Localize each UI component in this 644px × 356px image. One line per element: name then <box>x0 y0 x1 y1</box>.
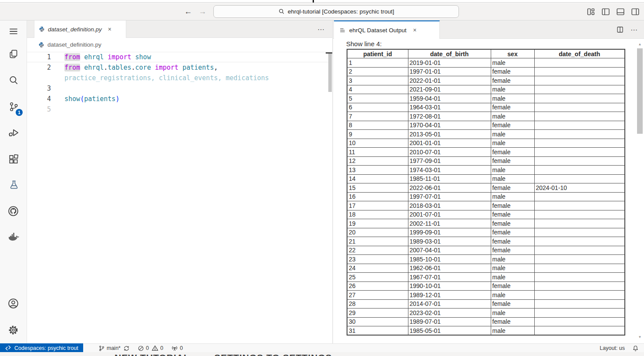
table-cell: male <box>491 166 534 175</box>
breadcrumb-item[interactable]: dataset_definition.py <box>47 41 101 48</box>
split-editor-icon[interactable] <box>616 26 624 34</box>
table-cell: 1 <box>347 58 408 68</box>
sidebar-item-testing[interactable] <box>0 174 27 195</box>
table-cell: 12 <box>347 156 408 166</box>
table-row: 141985-11-01male <box>347 174 625 183</box>
editor-more-actions[interactable]: ⋯ <box>317 20 325 38</box>
table-cell <box>534 121 625 130</box>
code-line[interactable]: 4show(patients) <box>27 94 331 104</box>
table-cell: male <box>491 139 534 148</box>
accounts-icon[interactable] <box>0 293 27 314</box>
table-cell <box>534 210 625 219</box>
table-cell: 13 <box>347 166 408 175</box>
sidebar-item-source-control[interactable]: 1 <box>0 96 27 117</box>
table-row: 112010-07-01female <box>347 148 625 157</box>
table-cell: 22 <box>347 246 408 255</box>
output-group: ehrQL Dataset Output × ⋯ Show line 4: pa… <box>333 20 644 343</box>
show-line-heading: Show line 4: <box>346 40 382 47</box>
table-cell: female <box>491 156 534 166</box>
table-cell: male <box>491 264 534 273</box>
tab-ehrql-dataset-output[interactable]: ehrQL Dataset Output × <box>334 20 440 39</box>
toggle-secondary-sidebar-icon[interactable] <box>631 7 640 17</box>
status-bar: Codespaces: psychic trout main* 0 0 0 La… <box>0 343 644 352</box>
table-cell: male <box>491 112 534 121</box>
table-row: 182001-07-01female <box>347 210 625 219</box>
code-line[interactable]: 5 <box>27 104 331 115</box>
webview-scrollbar[interactable]: ▲ ▼ <box>637 42 643 342</box>
problems-status-item[interactable]: 0 0 <box>138 345 163 352</box>
table-row: 81970-04-01female <box>347 121 625 130</box>
sidebar-item-extensions[interactable] <box>0 149 27 170</box>
scroll-down-icon[interactable]: ▼ <box>637 335 643 339</box>
table-cell: female <box>491 148 534 157</box>
activity-bar: 1 <box>0 20 27 343</box>
sidebar-item-search[interactable] <box>0 70 27 91</box>
settings-gear-icon[interactable] <box>0 319 27 340</box>
table-cell: 21 <box>347 237 408 246</box>
code-line[interactable]: 1from ehrql import show <box>27 52 331 62</box>
code-editor[interactable]: 1from ehrql import show2from ehrql.table… <box>27 52 331 115</box>
table-cell <box>534 219 625 228</box>
table-cell <box>534 273 625 282</box>
scroll-up-icon[interactable]: ▲ <box>637 42 643 47</box>
table-cell: female <box>491 246 534 255</box>
forward-button[interactable]: → <box>199 6 206 17</box>
notifications-bell-icon[interactable] <box>632 345 639 352</box>
code-line[interactable]: 2from ehrql.tables.core import patients, <box>27 62 331 73</box>
table-cell <box>534 174 625 183</box>
patients-table: patient_iddate_of_birthsexdate_of_death1… <box>347 49 625 336</box>
table-row: 271989-12-01male <box>347 291 625 300</box>
sidebar-item-run-debug[interactable] <box>0 122 27 143</box>
table-cell: female <box>491 317 534 326</box>
table-cell: 1985-11-01 <box>408 174 491 183</box>
table-cell: 1997-07-01 <box>408 192 491 201</box>
command-center-search[interactable]: ehrql-tutorial [Codespaces: psychic trou… <box>213 5 459 18</box>
toggle-primary-sidebar-icon[interactable] <box>601 7 610 17</box>
table-cell: 2019-01-01 <box>408 58 491 68</box>
customize-layout-icon[interactable] <box>586 7 596 17</box>
layout-status-item[interactable]: Layout: us <box>600 345 625 351</box>
code-line[interactable]: 3 <box>27 83 331 94</box>
remote-indicator[interactable]: Codespaces: psychic trout <box>0 343 83 353</box>
sidebar-item-explorer[interactable] <box>0 44 27 64</box>
table-row: 152022-06-01female2024-01-10 <box>347 183 625 193</box>
output-more-actions[interactable]: ⋯ <box>631 26 638 34</box>
clipped-window-above <box>0 0 644 3</box>
breadcrumb[interactable]: dataset_definition.py <box>27 38 101 51</box>
table-cell: 3 <box>347 76 408 85</box>
table-row: 222007-04-01female <box>347 246 625 255</box>
table-cell: 2001-07-01 <box>408 210 491 219</box>
editor-scrollbar[interactable] <box>328 54 332 92</box>
sidebar-item-docker[interactable] <box>0 227 27 248</box>
menu-icon[interactable] <box>0 21 27 42</box>
ports-status-item[interactable]: 0 <box>171 345 183 352</box>
branch-status-item[interactable]: main* <box>98 345 130 352</box>
table-cell <box>534 264 625 273</box>
table-cell <box>534 85 625 94</box>
search-icon <box>278 8 285 15</box>
toggle-panel-icon[interactable] <box>616 7 625 17</box>
table-row: 211989-03-01female <box>347 237 625 246</box>
back-button[interactable]: ← <box>184 6 192 17</box>
table-row: 292023-02-01male <box>347 309 625 318</box>
sidebar-item-github[interactable] <box>0 200 27 221</box>
table-row: 32022-01-01female <box>347 76 625 85</box>
clipped-text: SETTINGS TO SETTINGS <box>214 353 332 356</box>
table-cell: 25 <box>347 273 408 282</box>
table-row: 231985-10-01male <box>347 255 625 264</box>
close-icon[interactable]: × <box>413 27 417 34</box>
clipped-text: NEW TUTORIAL <box>115 353 190 356</box>
table-cell: male <box>491 255 534 264</box>
scrollbar-thumb[interactable] <box>637 48 643 134</box>
close-icon[interactable]: × <box>108 26 111 33</box>
table-cell <box>534 156 625 166</box>
tab-dataset-definition[interactable]: dataset_definition.py × <box>34 20 126 38</box>
table-row: 251967-07-01male <box>347 273 625 282</box>
table-cell: female <box>491 281 534 291</box>
branch-label: main* <box>107 345 121 351</box>
code-line[interactable]: practice_registrations, clinical_events,… <box>27 73 331 83</box>
table-cell <box>534 237 625 246</box>
table-cell <box>534 94 625 103</box>
table-row: 261990-10-01female <box>347 281 625 291</box>
table-cell: 1977-09-01 <box>408 156 491 166</box>
